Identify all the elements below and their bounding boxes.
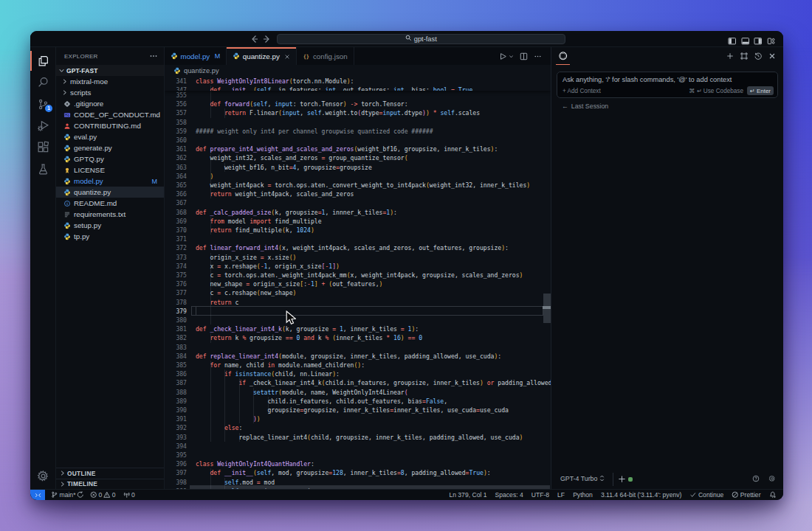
activity-source-control[interactable]: 1: [30, 94, 56, 115]
bell-icon: [769, 491, 777, 499]
tab-bar: model.pyMquantize.py{}config.json: [165, 47, 551, 65]
status-prettier[interactable]: Prettier: [732, 491, 760, 499]
run-python-button[interactable]: [499, 52, 514, 60]
git-file-icon: [63, 100, 71, 108]
branch-indicator[interactable]: main*: [51, 491, 84, 499]
file-eval.py[interactable]: eval.py: [56, 131, 164, 142]
close-icon[interactable]: [284, 53, 290, 59]
layout-panel-icon[interactable]: [741, 35, 750, 44]
status-continue[interactable]: Continue: [689, 491, 723, 499]
tab-quantize.py[interactable]: quantize.py: [227, 47, 297, 65]
continue-panel: Ask anything, '/' for slash commands, '@…: [551, 47, 783, 489]
mouse-cursor: [286, 310, 296, 325]
file-label: tp.py: [74, 232, 89, 240]
file-CODE_OF_CONDUCT.md[interactable]: CODE_OF_CONDUCT.md: [56, 109, 164, 120]
error-icon: [90, 491, 97, 499]
file-label: setup.py: [74, 221, 101, 229]
more-actions-icon[interactable]: [149, 52, 158, 60]
chat-input[interactable]: Ask anything, '/' for slash commands, '@…: [557, 72, 778, 98]
file-quantize.py[interactable]: quantize.py: [56, 187, 164, 198]
section-timeline[interactable]: TIMELINE: [56, 479, 164, 490]
file-setup.py[interactable]: setup.py: [56, 220, 164, 231]
python-file-icon: [171, 52, 178, 60]
new-session-icon[interactable]: [726, 52, 734, 60]
status-python[interactable]: Python: [573, 491, 593, 499]
activity-explorer[interactable]: [30, 50, 56, 72]
horizontal-scrollbar[interactable]: [190, 485, 550, 490]
file-LICENSE[interactable]: LICENSE: [56, 164, 164, 176]
file-tp.py[interactable]: tp.py: [56, 231, 164, 242]
status-bell[interactable]: [769, 491, 777, 499]
section-outline[interactable]: OUTLINE: [56, 468, 164, 479]
file-model.py[interactable]: model.pyM: [56, 176, 164, 187]
chevron-down-icon: [509, 54, 514, 59]
layout-customize-icon[interactable]: [767, 35, 776, 44]
tab-config.json[interactable]: {}config.json: [297, 47, 354, 65]
file-label: generate.py: [74, 144, 112, 152]
workspace-root-folder[interactable]: GPT-FAST: [56, 65, 164, 76]
python-file-icon: [63, 178, 71, 185]
continue-logo-icon[interactable]: [559, 52, 568, 60]
status-spaces-4[interactable]: Spaces: 4: [495, 491, 523, 499]
python-file-icon: [63, 133, 71, 141]
activity-run-debug[interactable]: [30, 115, 56, 136]
breadcrumb[interactable]: quantize.py: [165, 65, 551, 77]
contrib-file-icon: [63, 122, 71, 130]
enter-button[interactable]: ↵ Enter: [747, 86, 774, 95]
warning-icon: [103, 491, 111, 499]
add-context-button[interactable]: + Add Context: [562, 88, 601, 94]
file-.gitignore[interactable]: .gitignore: [56, 98, 164, 109]
status-utf-8[interactable]: UTF-8: [531, 491, 549, 499]
search-icon: [405, 35, 412, 43]
title-bar: gpt-fast: [30, 31, 783, 47]
close-icon[interactable]: [768, 52, 776, 60]
command-center-text: gpt-fast: [414, 35, 437, 43]
explorer-title: EXPLORER: [64, 53, 98, 60]
tab-model.py[interactable]: model.pyM: [165, 47, 227, 65]
python-file-icon: [233, 52, 240, 60]
file-mixtral-moe[interactable]: mixtral-moe: [56, 76, 164, 87]
last-session-link[interactable]: ←Last Session: [562, 103, 608, 110]
status-lf[interactable]: LF: [557, 491, 565, 499]
remote-indicator[interactable]: [30, 490, 45, 501]
settings-gear-icon[interactable]: [30, 465, 56, 487]
status-3-11-4-64-bit-3-11-4-pyenv-[interactable]: 3.11.4 64-bit ('3.11.4': pyenv): [601, 491, 682, 499]
python-file-icon: [63, 222, 71, 229]
add-model-button[interactable]: [618, 475, 626, 483]
file-label: .gitignore: [74, 100, 103, 108]
python-file-icon: [63, 145, 71, 152]
python-file-icon: [63, 233, 71, 240]
model-selector[interactable]: GPT-4 Turbo: [560, 474, 605, 482]
continue-panel-actions: [726, 52, 776, 60]
layout-sidebar-left-icon[interactable]: [728, 35, 737, 44]
tab-label: config.json: [313, 52, 348, 60]
status-ln-379-col-1[interactable]: Ln 379, Col 1: [449, 491, 486, 499]
history-icon[interactable]: [754, 52, 762, 60]
split-editor-icon[interactable]: [520, 52, 528, 60]
activity-extensions[interactable]: [30, 136, 56, 158]
slash-circle-icon: [732, 491, 739, 499]
more-actions-icon[interactable]: [534, 52, 542, 60]
problems-indicator[interactable]: 00: [90, 491, 116, 499]
help-icon[interactable]: [752, 475, 760, 482]
forward-arrow-icon[interactable]: [262, 34, 272, 44]
file-GPTQ.py[interactable]: GPTQ.py: [56, 153, 164, 164]
file-generate.py[interactable]: generate.py: [56, 142, 164, 153]
activity-search[interactable]: [30, 72, 56, 93]
layout-sidebar-right-icon[interactable]: [754, 35, 763, 44]
chevron-right-icon: [59, 481, 66, 487]
chevron-right-icon: [59, 470, 66, 476]
command-center-search[interactable]: gpt-fast: [277, 34, 565, 44]
file-requirements.txt[interactable]: requirements.txt: [56, 209, 164, 220]
file-CONTRIBUTING.md[interactable]: CONTRIBUTING.md: [56, 120, 164, 131]
file-label: quantize.py: [74, 188, 111, 196]
file-label: CONTRIBUTING.md: [74, 122, 141, 130]
file-README.md[interactable]: README.md: [56, 198, 164, 209]
activity-testing[interactable]: [30, 158, 56, 179]
code-editor[interactable]: 355356 def forward(self, input: torch.Te…: [165, 77, 551, 489]
ports-indicator[interactable]: 0: [123, 491, 135, 499]
file-scripts[interactable]: scripts: [56, 87, 164, 98]
gear-icon[interactable]: [768, 475, 776, 482]
fullscreen-icon[interactable]: [740, 52, 748, 60]
back-arrow-icon[interactable]: [249, 34, 259, 44]
